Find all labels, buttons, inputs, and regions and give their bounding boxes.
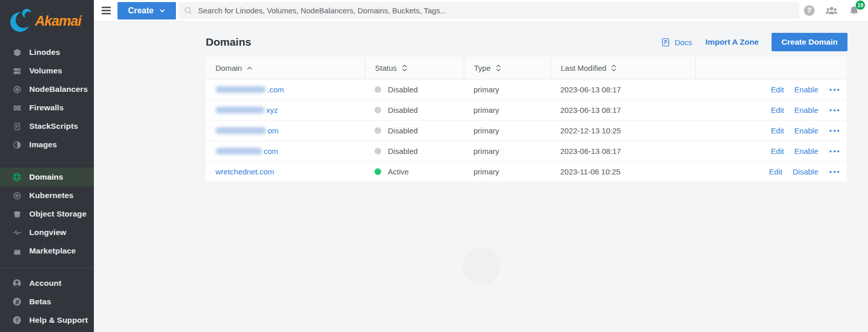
- edit-link[interactable]: Edit: [769, 167, 782, 176]
- sidebar-item-label: Images: [29, 140, 57, 149]
- type-cell: primary: [464, 147, 550, 155]
- edit-link[interactable]: Edit: [771, 126, 784, 135]
- pulse-icon: [12, 228, 22, 237]
- last-modified-cell: 2023-11-06 10:25: [550, 167, 695, 176]
- column-header-type[interactable]: Type: [464, 57, 550, 79]
- svg-text:?: ?: [807, 6, 811, 14]
- sidebar-item-longview[interactable]: Longview: [0, 223, 94, 242]
- status-text: Active: [388, 167, 409, 176]
- edit-link[interactable]: Edit: [771, 106, 784, 114]
- status-text: Disabled: [388, 106, 418, 114]
- domain-link[interactable]: xyz: [215, 106, 278, 114]
- redacted-domain-blur: [215, 148, 262, 154]
- column-label: Type: [474, 64, 491, 72]
- topbar: Create ? 19: [94, 0, 868, 22]
- table-header: Domain Status Type Last Modified: [206, 57, 846, 80]
- redacted-domain-blur: [215, 127, 266, 134]
- sidebar-item-kubernetes[interactable]: Kubernetes: [0, 186, 94, 205]
- type-cell: primary: [464, 85, 550, 94]
- sidebar-item-account[interactable]: Account: [0, 274, 94, 292]
- column-header-domain[interactable]: Domain: [206, 57, 365, 79]
- type-cell: primary: [464, 126, 550, 135]
- import-a-zone-link[interactable]: Import A Zone: [705, 37, 759, 47]
- sidebar-item-marketplace[interactable]: Marketplace: [0, 242, 94, 260]
- create-button[interactable]: Create: [117, 2, 176, 19]
- page-title: Domains: [206, 36, 251, 48]
- column-label: Domain: [215, 64, 242, 72]
- column-header-status[interactable]: Status: [365, 57, 464, 79]
- firewall-icon: [12, 103, 22, 112]
- enable-link[interactable]: Enable: [794, 106, 818, 114]
- person-circle-icon: [12, 279, 22, 288]
- sidebar-divider: [0, 268, 94, 268]
- more-options-button[interactable]: [828, 169, 840, 175]
- sort-icon: [496, 64, 501, 72]
- domain-link[interactable]: wretchednet.com: [215, 167, 274, 176]
- sidebar-item-nodebalancers[interactable]: NodeBalancers: [0, 80, 94, 99]
- globe-icon: [12, 172, 22, 182]
- search-icon: [184, 6, 193, 15]
- svg-text:?: ?: [15, 317, 18, 323]
- akamai-wordmark: Akamai: [35, 13, 81, 29]
- sidebar-item-help-support[interactable]: ? Help & Support: [0, 311, 94, 329]
- sort-ascending-icon: [247, 66, 252, 70]
- last-modified-cell: 2022-12-13 10:25: [550, 126, 695, 135]
- last-modified-cell: 2023-06-13 08:17: [550, 85, 695, 94]
- domain-visible-text: .com: [267, 85, 284, 94]
- domain-link[interactable]: .com: [215, 85, 284, 94]
- help-button[interactable]: ?: [802, 4, 816, 17]
- app-window: Akamai Linodes Volumes NodeBalancers Fir…: [0, 0, 868, 332]
- sidebar-item-domains[interactable]: Domains: [0, 168, 94, 186]
- enable-link[interactable]: Enable: [794, 147, 818, 155]
- status-dot: [374, 107, 381, 113]
- type-cell: primary: [464, 167, 550, 176]
- kubernetes-wheel-icon: [12, 191, 22, 200]
- akamai-logo[interactable]: Akamai: [0, 0, 94, 36]
- enable-link[interactable]: Enable: [794, 126, 818, 135]
- column-label: Status: [375, 64, 397, 72]
- chevron-down-icon: [160, 9, 165, 13]
- docs-icon: [661, 37, 670, 47]
- more-options-button[interactable]: [828, 87, 840, 93]
- sidebar-item-stackscripts[interactable]: StackScripts: [0, 117, 94, 135]
- stackscript-icon: [12, 122, 22, 131]
- akamai-swoosh-icon: [8, 7, 34, 35]
- more-options-button[interactable]: [828, 107, 840, 113]
- sidebar-item-object-storage[interactable]: Object Storage: [0, 205, 94, 223]
- column-header-last-modified[interactable]: Last Modified: [550, 57, 695, 79]
- docs-link[interactable]: Docs: [661, 37, 692, 47]
- notification-badge: 19: [856, 1, 865, 10]
- menu-icon[interactable]: [102, 5, 111, 16]
- search-input[interactable]: [198, 6, 794, 15]
- global-search[interactable]: [179, 2, 799, 19]
- domain-link[interactable]: com: [215, 147, 278, 155]
- edit-link[interactable]: Edit: [771, 85, 784, 94]
- sidebar-item-firewalls[interactable]: Firewalls: [0, 99, 94, 117]
- sidebar-item-label: Domains: [29, 172, 63, 182]
- people-icon: [825, 5, 838, 16]
- volumes-icon: [12, 66, 22, 75]
- page-header: Domains Docs Import A Zone Create Domain: [206, 32, 847, 52]
- enable-link[interactable]: Enable: [794, 85, 818, 94]
- community-button[interactable]: [825, 4, 838, 17]
- redacted-domain-blur: [215, 107, 265, 113]
- table-row: .com Disabled primary 2023-06-13 08:17 E…: [206, 80, 846, 100]
- edit-link[interactable]: Edit: [771, 147, 784, 155]
- sidebar-item-linodes[interactable]: Linodes: [0, 43, 94, 62]
- create-domain-button[interactable]: Create Domain: [772, 33, 847, 51]
- notifications-button[interactable]: 19: [847, 4, 861, 17]
- domain-link[interactable]: om: [215, 126, 279, 135]
- topbar-icons: ? 19: [802, 4, 861, 17]
- table-row: wretchednet.com Active primary 2023-11-0…: [206, 162, 846, 182]
- sidebar-item-label: Volumes: [29, 66, 62, 75]
- sidebar-item-volumes[interactable]: Volumes: [0, 62, 94, 80]
- sidebar-item-label: Object Storage: [29, 209, 87, 219]
- more-options-button[interactable]: [828, 148, 840, 154]
- status-text: Disabled: [388, 147, 418, 155]
- status-text: Disabled: [388, 85, 418, 94]
- disable-link[interactable]: Disable: [793, 167, 818, 176]
- more-options-button[interactable]: [828, 128, 840, 134]
- bucket-icon: [12, 209, 22, 219]
- sidebar-item-images[interactable]: Images: [0, 135, 94, 154]
- sidebar-item-betas[interactable]: β Betas: [0, 292, 94, 311]
